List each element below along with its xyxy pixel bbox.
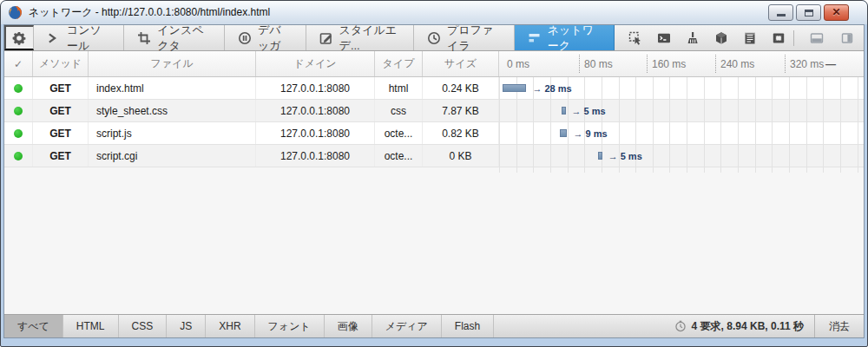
status-ok-icon xyxy=(14,84,23,93)
filter-fonts[interactable]: フォント xyxy=(255,315,325,337)
responsive-mode-button[interactable] xyxy=(766,28,790,49)
devtools-toolbar: コンソール インスペクタ デバッガ スタイルエデ... xyxy=(4,25,864,51)
network-table-header: ✓ メソッド ファイル ドメイン タイプ サイズ 0 ms 80 ms 160 … xyxy=(4,51,864,77)
toolbar-separator xyxy=(793,30,794,46)
status-summary-group: 4 要求, 8.94 KB, 0.11 秒 消去 xyxy=(664,315,864,337)
filter-images[interactable]: 画像 xyxy=(325,315,372,337)
clear-button[interactable]: 消去 xyxy=(814,315,864,337)
waterfall-entry: → 5 ms xyxy=(598,145,642,167)
request-row[interactable]: GET script.cgi 127.0.0.1:8080 octe... 0 … xyxy=(4,145,864,167)
summary-block: 4 要求, 8.94 KB, 0.11 秒 xyxy=(664,315,814,337)
method-cell: GET xyxy=(33,145,89,167)
close-button[interactable]: ✕ xyxy=(824,4,849,21)
request-row[interactable]: GET script.js 127.0.0.1:8080 octe... 0.8… xyxy=(4,122,864,145)
tab-console[interactable]: コンソール xyxy=(34,25,124,50)
status-ok-icon xyxy=(14,152,23,160)
type-cell: html xyxy=(375,77,423,99)
header-domain: ドメイン xyxy=(256,51,375,76)
settings-button[interactable] xyxy=(4,25,34,50)
cube-3d-icon xyxy=(714,31,728,45)
paintbrush-button[interactable] xyxy=(681,28,704,49)
filter-all[interactable]: すべて xyxy=(4,315,63,337)
size-cell: 0.24 KB xyxy=(423,77,499,99)
waterfall-time-label: → 5 ms xyxy=(572,106,606,116)
dock-bottom-icon xyxy=(810,31,824,45)
waterfall-time-label: → 28 ms xyxy=(532,83,571,94)
minimize-button[interactable] xyxy=(768,4,793,21)
status-cell xyxy=(4,100,33,121)
waterfall-entry: → 9 ms xyxy=(560,122,608,144)
status-cell xyxy=(4,145,33,167)
method-cell: GET xyxy=(33,100,89,121)
scratchpad-icon xyxy=(743,31,757,45)
tab-profiler[interactable]: プロファイラ xyxy=(414,25,515,50)
method-cell: GET xyxy=(33,122,89,144)
tab-label: プロファイラ xyxy=(447,24,501,54)
scratchpad-button[interactable] xyxy=(738,28,761,49)
tab-label: インスペクタ xyxy=(157,24,211,54)
waterfall-overflow-dash: — xyxy=(825,51,836,76)
tab-inspector[interactable]: インスペクタ xyxy=(124,25,225,50)
status-cell xyxy=(4,77,33,99)
maximize-button[interactable] xyxy=(796,4,821,21)
type-cell: octe... xyxy=(375,122,423,144)
waterfall-bar xyxy=(503,84,526,92)
empty-request-area xyxy=(4,167,864,314)
tick-240ms: 240 ms xyxy=(715,55,754,73)
request-row[interactable]: GET index.html 127.0.0.1:8080 html 0.24 … xyxy=(4,77,864,100)
size-cell: 7.87 KB xyxy=(423,100,499,121)
waterfall-bar xyxy=(562,107,566,115)
domain-cell: 127.0.0.1:8080 xyxy=(256,77,375,99)
header-type: タイプ xyxy=(375,51,423,76)
waterfall-entry: → 28 ms xyxy=(503,77,572,99)
stopwatch-icon xyxy=(674,320,687,332)
filter-status-bar: すべて HTML CSS JS XHR フォント 画像 メディア Flash 4… xyxy=(4,314,864,337)
filter-xhr[interactable]: XHR xyxy=(206,315,254,337)
file-cell: index.html xyxy=(89,77,256,99)
tab-label: コンソール xyxy=(67,24,110,54)
waterfall-time-label: → 9 ms xyxy=(573,128,607,139)
devtools-client: コンソール インスペクタ デバッガ スタイルエデ... xyxy=(3,24,865,338)
split-console-button[interactable] xyxy=(652,28,675,49)
waterfall-header: 0 ms 80 ms 160 ms 240 ms 320 ms — xyxy=(499,51,864,76)
request-summary-text: 4 要求, 8.94 KB, 0.11 秒 xyxy=(692,319,804,334)
filter-css[interactable]: CSS xyxy=(119,315,168,337)
console-icon xyxy=(47,31,61,45)
filter-js[interactable]: JS xyxy=(167,315,206,337)
filter-html[interactable]: HTML xyxy=(63,315,119,337)
tab-network[interactable]: ネットワーク xyxy=(515,25,615,50)
header-status: ✓ xyxy=(4,51,33,76)
size-cell: 0.82 KB xyxy=(423,122,499,144)
close-icon: ✕ xyxy=(825,5,848,20)
pick-element-icon xyxy=(628,31,642,45)
waterfall-bar xyxy=(560,129,568,137)
request-row[interactable]: GET style_sheet.css 127.0.0.1:8080 css 7… xyxy=(4,100,864,122)
tilt-3d-button[interactable] xyxy=(709,28,733,49)
maximize-icon xyxy=(805,10,813,16)
file-cell: script.js xyxy=(89,122,256,144)
domain-cell: 127.0.0.1:8080 xyxy=(256,145,375,167)
title-bar[interactable]: ネットワーク - http://127.0.0.1:8080/html/inde… xyxy=(1,1,867,24)
header-method: メソッド xyxy=(33,51,89,76)
clock-icon xyxy=(427,31,441,45)
gear-icon xyxy=(12,31,26,45)
firefox-icon xyxy=(8,5,23,20)
split-console-icon xyxy=(657,31,671,45)
tab-style-editor[interactable]: スタイルエデ... xyxy=(306,25,415,50)
status-ok-icon xyxy=(14,129,23,138)
domain-cell: 127.0.0.1:8080 xyxy=(256,122,375,144)
dock-side-icon xyxy=(840,31,854,45)
size-cell: 0 KB xyxy=(423,145,499,167)
request-list: GET index.html 127.0.0.1:8080 html 0.24 … xyxy=(4,77,864,167)
header-size: サイズ xyxy=(423,51,499,76)
dock-bottom-button[interactable] xyxy=(805,28,828,49)
tick-320ms: 320 ms xyxy=(785,55,824,73)
pick-element-button[interactable] xyxy=(623,28,647,49)
dock-side-button[interactable] xyxy=(835,28,858,49)
filter-flash[interactable]: Flash xyxy=(442,315,494,337)
responsive-mode-icon xyxy=(772,31,786,45)
toolbar-icon-strip xyxy=(623,25,790,50)
file-cell: style_sheet.css xyxy=(89,100,256,121)
filter-media[interactable]: メディア xyxy=(372,315,442,337)
tab-debugger[interactable]: デバッガ xyxy=(225,25,306,50)
